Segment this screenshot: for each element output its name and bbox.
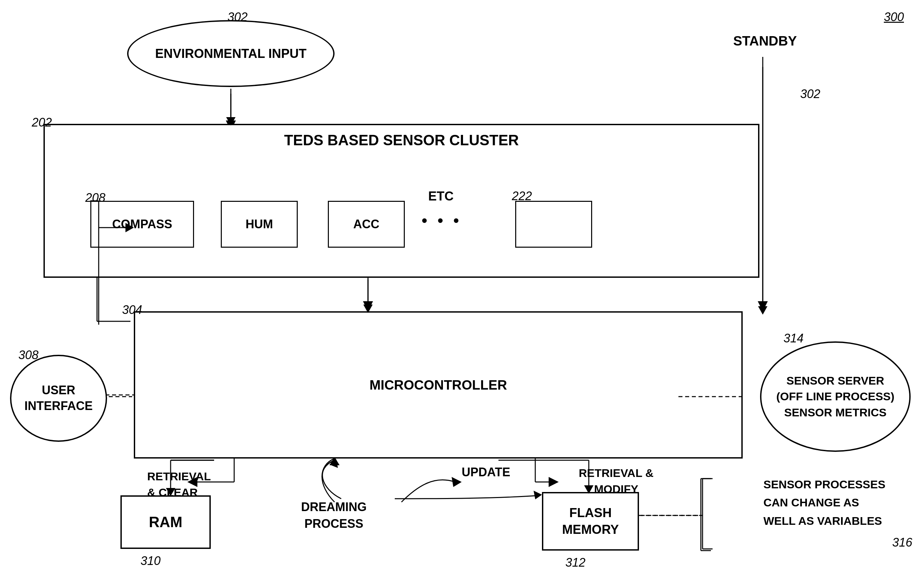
ref-304: 304 (122, 303, 142, 317)
hum-box: HUM (221, 201, 298, 248)
ref-312: 312 (565, 556, 586, 570)
svg-marker-17 (549, 477, 559, 487)
svg-marker-42 (330, 459, 338, 468)
compass-box: COMPASS (90, 201, 194, 248)
microcontroller-box: MICROCONTROLLER (134, 311, 743, 459)
update-label: UPDATE (462, 465, 510, 479)
ref-316: 316 (892, 536, 912, 550)
acc-box: ACC (328, 201, 405, 248)
svg-marker-3 (363, 301, 373, 311)
environmental-input-ellipse: ENVIRONMENTAL INPUT (127, 20, 335, 87)
svg-marker-29 (758, 306, 767, 315)
standby-label: STANDBY (733, 33, 797, 48)
ref-308: 308 (19, 348, 39, 362)
flash-memory-box: FLASH MEMORY (542, 492, 639, 550)
ref-202: 202 (32, 115, 52, 129)
svg-marker-43 (533, 491, 542, 499)
svg-marker-5 (758, 301, 768, 311)
user-interface-ellipse: USER INTERFACE (10, 355, 107, 442)
ram-box: RAM (121, 495, 211, 549)
dots-label: • • • (422, 211, 462, 230)
etc-box (515, 201, 592, 248)
etc-label: ETC (428, 189, 454, 204)
dreaming-process-label: DREAMINGPROCESS (301, 499, 367, 533)
ref-208: 208 (85, 191, 105, 205)
diagram-container: 300 ENVIRONMENTAL INPUT 302 STANDBY 302 … (0, 0, 924, 572)
ref-302-standby: 302 (800, 87, 820, 101)
ref-302-env: 302 (228, 10, 248, 24)
ref-314: 314 (783, 331, 803, 345)
sensor-processes-label: SENSOR PROCESSESCAN CHANGE ASWELL AS VAR… (763, 475, 904, 530)
svg-marker-19 (452, 477, 462, 487)
ref-310: 310 (141, 554, 161, 568)
sensor-server-ellipse: SENSOR SERVER (OFF LINE PROCESS) SENSOR … (760, 341, 911, 452)
fig-number: 300 (884, 10, 904, 24)
